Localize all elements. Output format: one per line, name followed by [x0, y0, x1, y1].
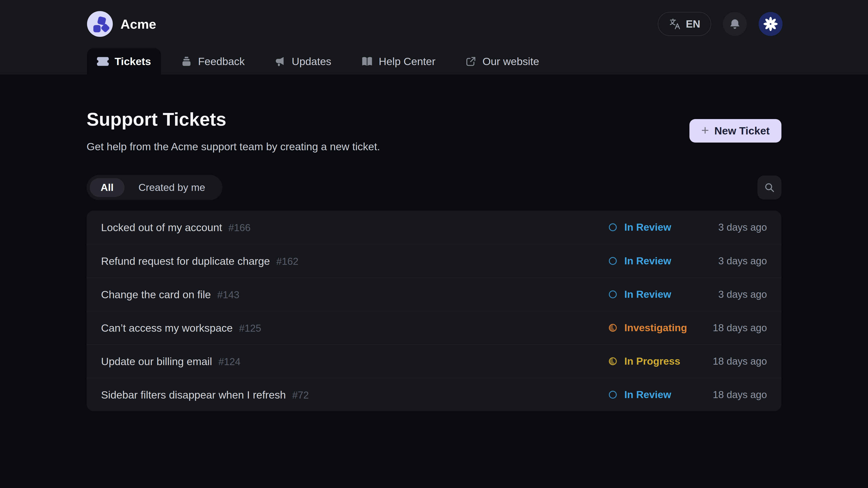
translate-icon — [669, 18, 681, 30]
ticket-id: #166 — [228, 222, 251, 233]
ticket-id: #72 — [292, 390, 309, 401]
ticket-row[interactable]: Can’t access my workspace #125 Investiga… — [87, 311, 781, 344]
tab-tickets[interactable]: Tickets — [87, 48, 161, 74]
notifications-button[interactable] — [723, 12, 747, 36]
ticket-row[interactable]: Locked out of my account #166 In Review … — [87, 210, 781, 244]
ticket-time: 3 days ago — [708, 255, 767, 267]
status-ring-icon — [608, 390, 618, 400]
tab-label: Updates — [292, 55, 331, 68]
main-content: Support Tickets Get help from the Acme s… — [0, 109, 868, 411]
brand-name: Acme — [121, 17, 156, 32]
feedback-stack-icon — [181, 56, 192, 67]
flower-icon — [763, 17, 778, 31]
brand: Acme — [87, 11, 156, 37]
ticket-title: Sidebar filters disappear when I refresh — [101, 389, 286, 401]
ticket-id: #125 — [239, 323, 261, 334]
tab-feedback[interactable]: Feedback — [171, 48, 254, 74]
ticket-row[interactable]: Update our billing email #124 In Progres… — [87, 344, 781, 378]
external-link-icon — [465, 56, 476, 67]
page-subtitle: Get help from the Acme support team by c… — [87, 140, 380, 153]
megaphone-icon — [275, 56, 286, 67]
status-label: In Review — [624, 221, 671, 233]
nav-tabs: Tickets Feedback Updates — [0, 48, 868, 74]
status-pie-icon — [608, 356, 618, 366]
ticket-time: 3 days ago — [708, 289, 767, 300]
page-heading-block: Support Tickets Get help from the Acme s… — [87, 109, 380, 153]
filter-all-label: All — [101, 182, 114, 193]
ticket-title: Locked out of my account — [101, 221, 222, 234]
bell-icon — [729, 18, 741, 30]
ticket-id: #162 — [276, 256, 298, 267]
account-avatar[interactable] — [758, 12, 782, 36]
page-title: Support Tickets — [87, 109, 380, 130]
tab-label: Our website — [483, 55, 539, 68]
status-label: In Review — [624, 389, 671, 400]
new-ticket-label: New Ticket — [714, 125, 770, 137]
ticket-title: Update our billing email — [101, 355, 212, 367]
tab-our-website[interactable]: Our website — [455, 48, 549, 74]
search-button[interactable] — [757, 175, 781, 199]
open-book-icon — [361, 56, 373, 67]
app-header: Acme EN — [0, 0, 868, 74]
status-pie-icon — [608, 323, 618, 333]
search-icon — [764, 182, 775, 193]
tab-label: Help Center — [379, 55, 436, 68]
status-ring-icon — [608, 256, 618, 266]
ticket-row[interactable]: Refund request for duplicate charge #162… — [87, 244, 781, 278]
filter-segmented-control: All Created by me — [87, 175, 222, 200]
ticket-time: 18 days ago — [708, 389, 767, 400]
new-ticket-button[interactable]: + New Ticket — [689, 119, 781, 142]
ticket-list: Locked out of my account #166 In Review … — [87, 210, 781, 411]
ticket-title: Can’t access my workspace — [101, 322, 232, 334]
ticket-time: 18 days ago — [708, 322, 767, 333]
ticket-id: #143 — [217, 289, 239, 300]
language-label: EN — [686, 18, 700, 30]
tab-updates[interactable]: Updates — [265, 48, 341, 74]
tab-help-center[interactable]: Help Center — [351, 48, 445, 74]
acme-logo-icon — [87, 11, 113, 37]
tab-label: Feedback — [198, 55, 245, 68]
ticket-title: Change the card on file — [101, 288, 211, 301]
ticket-row[interactable]: Sidebar filters disappear when I refresh… — [87, 378, 781, 411]
plus-icon: + — [701, 124, 709, 137]
ticket-time: 18 days ago — [708, 356, 767, 367]
ticket-title: Refund request for duplicate charge — [101, 255, 270, 267]
status-label: In Review — [624, 255, 671, 267]
status-label: In Review — [624, 289, 671, 300]
tab-label: Tickets — [115, 55, 151, 68]
ticket-time: 3 days ago — [708, 222, 767, 233]
filter-all[interactable]: All — [90, 178, 125, 197]
ticket-id: #124 — [218, 356, 241, 367]
language-button[interactable]: EN — [658, 12, 711, 36]
status-ring-icon — [608, 222, 618, 232]
ticket-row[interactable]: Change the card on file #143 In Review 3… — [87, 278, 781, 311]
status-ring-icon — [608, 289, 618, 300]
filter-created-by-me-label: Created by me — [138, 182, 205, 193]
ticket-icon — [97, 57, 109, 66]
status-label: In Progress — [624, 355, 680, 367]
status-label: Investigating — [624, 322, 687, 334]
filter-created-by-me[interactable]: Created by me — [125, 178, 219, 197]
